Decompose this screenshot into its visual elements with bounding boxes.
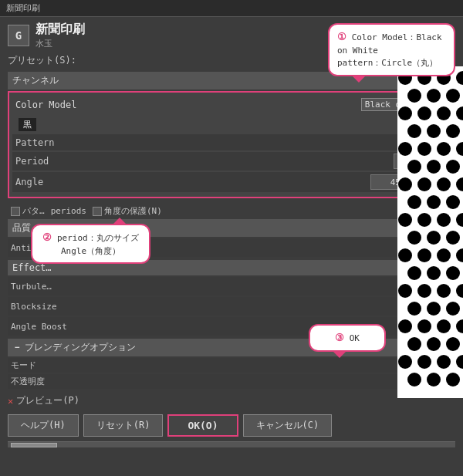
- svg-point-52: [398, 319, 412, 333]
- svg-point-42: [407, 266, 421, 280]
- preview-toggle[interactable]: ✕: [8, 396, 13, 407]
- callout-1-text: Color Model：Black on Whitepattern：Circle…: [337, 32, 442, 68]
- svg-point-19: [437, 142, 451, 156]
- svg-point-56: [407, 337, 421, 351]
- preview-panel: [397, 66, 463, 398]
- pattern-checkbox[interactable]: [11, 207, 20, 216]
- svg-point-63: [407, 373, 421, 387]
- angle-label: Angle: [15, 177, 43, 187]
- reset-button[interactable]: リセット(R): [83, 414, 164, 437]
- svg-point-58: [446, 337, 460, 351]
- blocksize-label: Blocksize: [11, 302, 57, 312]
- dialog-title: 新聞印刷: [35, 22, 85, 38]
- svg-point-21: [407, 160, 421, 174]
- svg-point-54: [437, 319, 451, 333]
- cancel-button[interactable]: キャンセル(C): [243, 414, 333, 437]
- mode-label: モード: [11, 360, 36, 371]
- help-button[interactable]: ヘルプ(H): [8, 414, 79, 437]
- pattern-label: Pattern: [15, 137, 55, 148]
- scrollbar[interactable]: [8, 441, 455, 447]
- svg-point-12: [437, 106, 451, 120]
- effects-section: Effect… Turbule… 0.000 ▲ ▼ Blocksize -1.…: [8, 260, 455, 336]
- black-tag: 黒: [19, 118, 36, 131]
- opacity-row: 不透明度: [8, 374, 455, 389]
- dialog-subtitle: 水玉: [35, 38, 85, 49]
- svg-point-32: [417, 213, 431, 227]
- blocksize-row: Blocksize -1.00 ▲ ▼: [8, 297, 455, 316]
- preset-label: プリセット(S):: [8, 54, 76, 67]
- svg-point-49: [407, 302, 421, 316]
- svg-point-40: [437, 248, 451, 262]
- svg-point-37: [446, 231, 460, 245]
- callout-3-number: ③: [335, 332, 344, 343]
- blending-label: ブレンディングオプション: [25, 341, 136, 354]
- opacity-label: 不透明度: [11, 376, 45, 387]
- svg-point-60: [417, 355, 431, 369]
- svg-point-26: [437, 177, 451, 191]
- svg-point-35: [407, 231, 421, 245]
- svg-point-31: [398, 213, 412, 227]
- dots-preview: [397, 66, 463, 398]
- turbulence-label: Turbule…: [11, 282, 52, 292]
- svg-point-45: [398, 284, 412, 298]
- footer-buttons: ヘルプ(H) リセット(R) OK(O) キャンセル(C): [8, 410, 455, 440]
- black-tag-row: 黒: [12, 115, 451, 134]
- svg-point-25: [417, 177, 431, 191]
- color-model-label: Color Model: [15, 100, 76, 110]
- blending-section: － ブレンディングオプション モード 不透明度: [8, 339, 455, 389]
- svg-point-44: [446, 266, 460, 280]
- callout-3-text: OK: [350, 333, 360, 343]
- callout-2-number: ②: [42, 231, 52, 243]
- blending-collapse[interactable]: －: [12, 341, 22, 354]
- svg-point-7: [407, 89, 421, 103]
- ok-button[interactable]: OK(O): [167, 414, 238, 437]
- title-bar-text: 新聞印刷: [6, 2, 40, 14]
- svg-point-16: [446, 124, 460, 138]
- svg-point-29: [427, 195, 441, 209]
- callout-1: ① Color Model：Black on Whitepattern：Circ…: [328, 23, 455, 76]
- svg-point-65: [446, 373, 460, 387]
- mode-row: モード: [8, 358, 455, 373]
- svg-point-36: [427, 231, 441, 245]
- period-label: Period: [15, 156, 49, 167]
- svg-point-33: [437, 213, 451, 227]
- svg-point-47: [437, 284, 451, 298]
- svg-point-28: [407, 195, 421, 209]
- protect-angle-option[interactable]: 角度の保護(N): [93, 205, 162, 217]
- svg-point-11: [417, 106, 431, 120]
- svg-point-53: [417, 319, 431, 333]
- svg-point-24: [398, 177, 412, 191]
- preview-label: プレビュー(P): [16, 394, 79, 407]
- preview-row: ✕ プレビュー(P): [8, 392, 455, 410]
- turbulence-row: Turbule… 0.000 ▲ ▼: [8, 277, 455, 295]
- periods-label: periods: [51, 206, 86, 216]
- svg-point-61: [437, 355, 451, 369]
- color-model-row: Color Model Black on White ▼: [12, 96, 451, 113]
- svg-point-50: [427, 302, 441, 316]
- svg-point-22: [427, 160, 441, 174]
- svg-point-18: [417, 142, 431, 156]
- svg-point-10: [398, 106, 412, 120]
- protect-angle-checkbox[interactable]: [93, 207, 102, 216]
- dialog-title-block: 新聞印刷 水玉: [35, 22, 85, 49]
- svg-point-59: [398, 355, 412, 369]
- angle-boost-label: Angle Boost: [11, 322, 67, 332]
- title-bar: 新聞印刷: [0, 0, 463, 17]
- svg-point-46: [417, 284, 431, 298]
- svg-point-9: [446, 89, 460, 103]
- svg-point-39: [417, 248, 431, 262]
- period-row: Period 30.00 ▲ ▼: [12, 152, 451, 170]
- callout-2-text: period：丸のサイズAngle（角度）: [57, 233, 139, 256]
- svg-point-43: [427, 266, 441, 280]
- svg-point-14: [407, 124, 421, 138]
- pattern-option[interactable]: パタ…: [11, 205, 45, 217]
- pattern-row: Pattern Circle ▼: [12, 134, 451, 150]
- channel-box: Color Model Black on White ▼ 黒 Pattern C…: [8, 91, 455, 198]
- options-row: パタ… periods 角度の保護(N): [8, 203, 455, 219]
- svg-point-23: [446, 160, 460, 174]
- scrollbar-thumb[interactable]: [11, 443, 57, 447]
- angle-row: Angle 45.00 ▲ ▼: [12, 172, 451, 192]
- svg-point-8: [427, 89, 441, 103]
- callout-3: ③ OK: [309, 324, 386, 352]
- pattern-option-label: パタ…: [22, 205, 45, 217]
